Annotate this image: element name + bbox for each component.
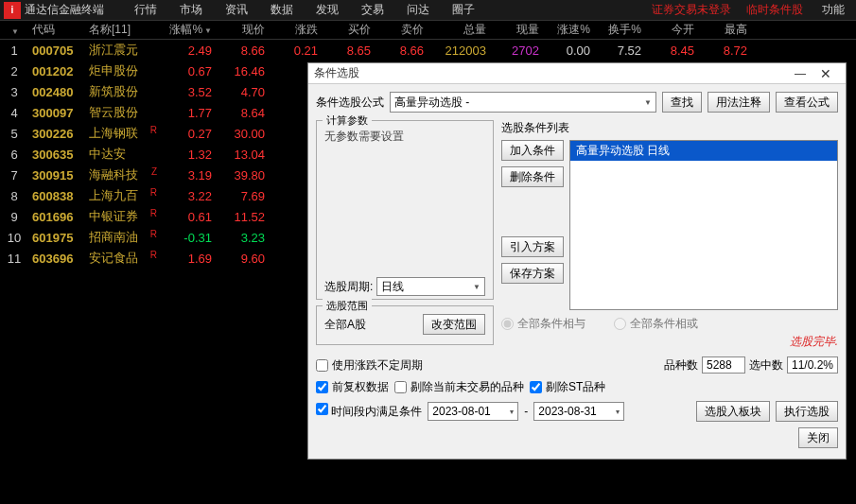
date-to[interactable]: 2023-08-31▾	[533, 402, 624, 421]
menu-item[interactable]: 交易	[350, 2, 395, 18]
stock-code: 300635	[28, 148, 85, 162]
table-row[interactable]: 1000705浙江震元2.498.660.218.658.66212003270…	[0, 40, 856, 61]
stock-code: 300097	[28, 106, 85, 120]
close-button[interactable]: 关闭	[798, 427, 838, 448]
menu-item[interactable]: 问达	[395, 2, 441, 18]
col-pct[interactable]: 涨幅%	[159, 22, 216, 38]
add-condition-button[interactable]: 加入条件	[501, 140, 564, 161]
stock-code: 300915	[28, 168, 85, 182]
formula-select[interactable]: 高量异动选股 -▼	[390, 92, 656, 113]
stock-name: 中银证券R	[85, 208, 159, 225]
chk-time[interactable]: 时间段内满足条件	[316, 403, 422, 420]
params-fieldset: 计算参数 无参数需要设置 选股周期: 日线▼	[316, 120, 494, 300]
done-text: 选股完毕.	[501, 334, 838, 350]
stock-code: 000705	[28, 43, 85, 58]
stock-name: 上海九百R	[85, 187, 159, 204]
col-chg[interactable]: 涨跌	[269, 22, 322, 38]
app-title: 通达信金融终端	[25, 2, 104, 18]
chk-st[interactable]: 剔除ST品种	[530, 379, 605, 395]
period-select[interactable]: 日线▼	[376, 277, 485, 296]
col-turn[interactable]: 换手%	[594, 22, 645, 38]
stock-code: 002480	[28, 85, 85, 99]
execute-button[interactable]: 执行选股	[776, 401, 838, 422]
mode-status[interactable]: 临时条件股	[739, 2, 811, 18]
stat-sel-label: 选中数	[749, 357, 783, 374]
range-fieldset: 选股范围 全部A股 改变范围	[316, 305, 494, 345]
stat-kind: 5288	[702, 356, 745, 374]
stock-name: 上海钢联R	[85, 125, 159, 142]
app-logo: i	[4, 2, 21, 19]
stock-name: 智云股份	[85, 104, 159, 121]
stock-code: 601696	[28, 210, 85, 224]
date-from[interactable]: 2023-08-01▾	[428, 402, 518, 421]
menu-item[interactable]: 行情	[123, 2, 168, 18]
minimize-icon[interactable]: —	[789, 67, 812, 80]
menu-item[interactable]: 发现	[305, 2, 350, 18]
col-code[interactable]: 代码	[28, 22, 85, 38]
delete-condition-button[interactable]: 删除条件	[501, 166, 564, 187]
stock-code: 001202	[28, 64, 85, 78]
import-plan-button[interactable]: 引入方案	[501, 236, 564, 257]
range-value: 全部A股	[324, 317, 366, 333]
stock-name: 炬申股份	[85, 62, 159, 79]
login-status[interactable]: 证券交易未登录	[644, 2, 739, 18]
usage-button[interactable]: 用法注释	[708, 92, 770, 113]
chevron-down-icon: ▾	[510, 408, 514, 416]
stat-sel: 11/0.2%	[787, 356, 838, 374]
stock-code: 600838	[28, 189, 85, 203]
table-header: 代码 名称[11] 涨幅% 现价 涨跌 买价 卖价 总量 现量 涨速% 换手% …	[0, 21, 856, 40]
stock-name: 招商南油R	[85, 229, 159, 246]
chevron-down-icon: ▼	[473, 283, 480, 291]
stock-code: 601975	[28, 231, 85, 245]
menu-item[interactable]: 数据	[259, 2, 305, 18]
menu-item[interactable]: 资讯	[214, 2, 259, 18]
col-speed[interactable]: 涨速%	[543, 22, 594, 38]
col-open[interactable]: 今开	[645, 22, 698, 38]
chevron-down-icon: ▾	[616, 408, 620, 416]
formula-label: 条件选股公式	[316, 95, 384, 111]
stock-name: 浙江震元	[85, 42, 159, 59]
stock-code: 300226	[28, 127, 85, 141]
chk-period[interactable]: 使用涨跌不定周期	[316, 357, 423, 374]
chk-fq[interactable]: 前复权数据	[316, 379, 389, 395]
col-name[interactable]: 名称[11]	[85, 22, 159, 38]
col-bid[interactable]: 买价	[322, 22, 375, 38]
close-icon[interactable]: ✕	[812, 66, 840, 81]
stock-code: 603696	[28, 252, 85, 266]
col-vol[interactable]: 总量	[428, 22, 490, 38]
save-plan-button[interactable]: 保存方案	[501, 263, 564, 284]
stock-name: 安记食品R	[85, 250, 159, 267]
add-to-plate-button[interactable]: 选股入板块	[696, 401, 770, 422]
radio-or[interactable]: 全部条件相或	[614, 316, 698, 332]
menu-item[interactable]: 市场	[168, 2, 214, 18]
stock-name: 新筑股份	[85, 83, 159, 100]
list-item[interactable]: 高量异动选股 日线	[570, 141, 837, 161]
stock-name: 中达安	[85, 146, 159, 163]
stock-name: 海融科技Z	[85, 166, 159, 183]
col-high[interactable]: 最高	[698, 22, 751, 38]
view-formula-button[interactable]: 查看公式	[776, 92, 838, 113]
chk-trade[interactable]: 剔除当前未交易的品种	[394, 379, 524, 395]
change-range-button[interactable]: 改变范围	[423, 314, 485, 335]
cond-list-title: 选股条件列表	[501, 120, 838, 136]
col-price[interactable]: 现价	[216, 22, 269, 38]
chevron-down-icon: ▼	[644, 98, 652, 107]
col-ask[interactable]: 卖价	[375, 22, 428, 38]
stat-kind-label: 品种数	[664, 357, 698, 374]
find-button[interactable]: 查找	[662, 92, 702, 113]
col-dropdown[interactable]	[0, 24, 28, 37]
col-now[interactable]: 现量	[490, 22, 543, 38]
dialog-titlebar[interactable]: 条件选股 — ✕	[308, 63, 846, 84]
dialog-title: 条件选股	[314, 65, 789, 81]
condition-listbox[interactable]: 高量异动选股 日线	[569, 140, 838, 310]
menu-item[interactable]: 圈子	[441, 2, 486, 18]
params-text: 无参数需要设置	[324, 129, 485, 145]
menu-function[interactable]: 功能	[811, 2, 856, 18]
period-label: 选股周期:	[324, 279, 373, 295]
radio-and[interactable]: 全部条件相与	[501, 316, 585, 332]
condition-dialog: 条件选股 — ✕ 条件选股公式 高量异动选股 -▼ 查找 用法注释 查看公式 计…	[307, 62, 847, 460]
